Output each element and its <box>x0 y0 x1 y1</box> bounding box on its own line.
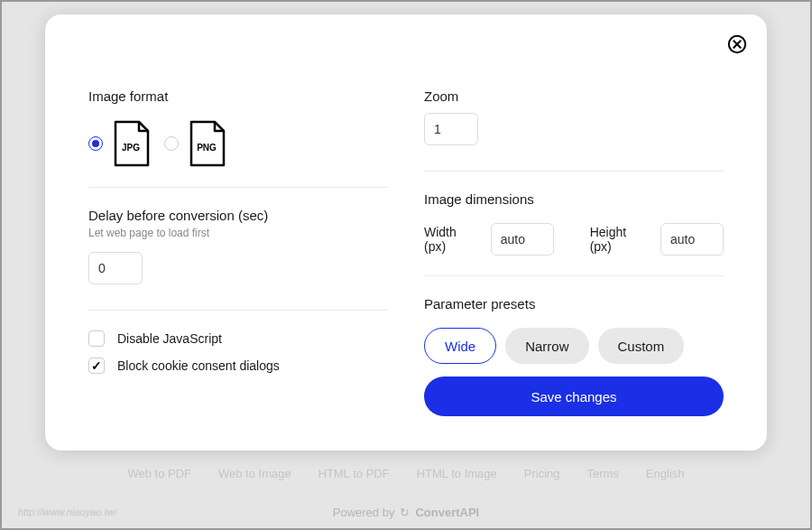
preset-narrow-button[interactable]: Narrow <box>505 328 588 364</box>
presets-label: Parameter presets <box>424 296 724 311</box>
width-input[interactable] <box>491 223 554 256</box>
background-nav: Web to PDF Web to Image HTML to PDF HTML… <box>127 467 684 480</box>
nav-link: Terms <box>587 467 619 480</box>
divider <box>88 310 388 311</box>
settings-modal: Image format JPG PNG Delay befor <box>45 14 767 451</box>
nav-link: HTML to Image <box>417 467 497 480</box>
dimensions-row: Width (px) Height (px) <box>424 223 724 256</box>
height-input[interactable] <box>660 223 724 256</box>
powered-by: Powered by ↻ ConvertAPI <box>333 506 479 519</box>
format-option-png[interactable]: PNG <box>164 120 226 167</box>
left-column: Image format JPG PNG Delay befor <box>88 51 388 416</box>
width-label: Width (px) <box>424 225 482 254</box>
watermark: http://www.niaoyao.tw/ <box>18 507 116 517</box>
refresh-icon: ↻ <box>400 506 410 519</box>
zoom-label: Zoom <box>424 88 724 104</box>
svg-text:PNG: PNG <box>197 143 217 153</box>
disable-js-checkbox[interactable] <box>88 330 105 347</box>
format-options: JPG PNG <box>88 120 388 167</box>
nav-link: HTML to PDF <box>318 467 390 480</box>
disable-js-row: Disable JavaScript <box>88 330 388 347</box>
svg-text:JPG: JPG <box>122 143 140 153</box>
block-cookie-checkbox[interactable] <box>88 358 105 374</box>
radio-png[interactable] <box>164 136 179 151</box>
image-format-label: Image format <box>88 88 388 104</box>
radio-jpg[interactable] <box>88 136 103 151</box>
nav-link: Web to Image <box>218 467 291 480</box>
nav-link: English <box>646 467 685 480</box>
preset-wide-button[interactable]: Wide <box>424 328 496 364</box>
save-button[interactable]: Save changes <box>424 377 724 416</box>
file-icon-jpg: JPG <box>112 120 150 167</box>
delay-label: Delay before conversion (sec) <box>88 208 388 223</box>
nav-link: Web to PDF <box>127 467 191 480</box>
divider <box>88 187 388 188</box>
close-button[interactable] <box>727 34 747 54</box>
file-icon-png: PNG <box>188 120 226 167</box>
divider <box>424 171 724 172</box>
preset-row: Wide Narrow Custom <box>424 328 724 364</box>
block-cookie-label: Block cookie consent dialogs <box>117 358 280 373</box>
zoom-input[interactable] <box>424 113 478 145</box>
format-option-jpg[interactable]: JPG <box>88 120 150 167</box>
disable-js-label: Disable JavaScript <box>117 331 222 346</box>
close-icon <box>727 34 747 54</box>
delay-hint: Let web page to load first <box>88 227 388 239</box>
powered-label: Powered by <box>333 506 395 519</box>
dimensions-label: Image dimensions <box>424 191 724 207</box>
height-label: Height (px) <box>590 225 651 254</box>
nav-link: Pricing <box>524 467 560 480</box>
background-footer: Web to PDF Web to Image HTML to PDF HTML… <box>0 458 812 530</box>
right-column: Zoom Image dimensions Width (px) Height … <box>424 51 724 416</box>
delay-input[interactable] <box>88 252 143 284</box>
block-cookie-row: Block cookie consent dialogs <box>88 358 388 374</box>
preset-custom-button[interactable]: Custom <box>598 328 685 364</box>
divider <box>424 275 724 276</box>
brand-label: ConvertAPI <box>415 506 479 519</box>
